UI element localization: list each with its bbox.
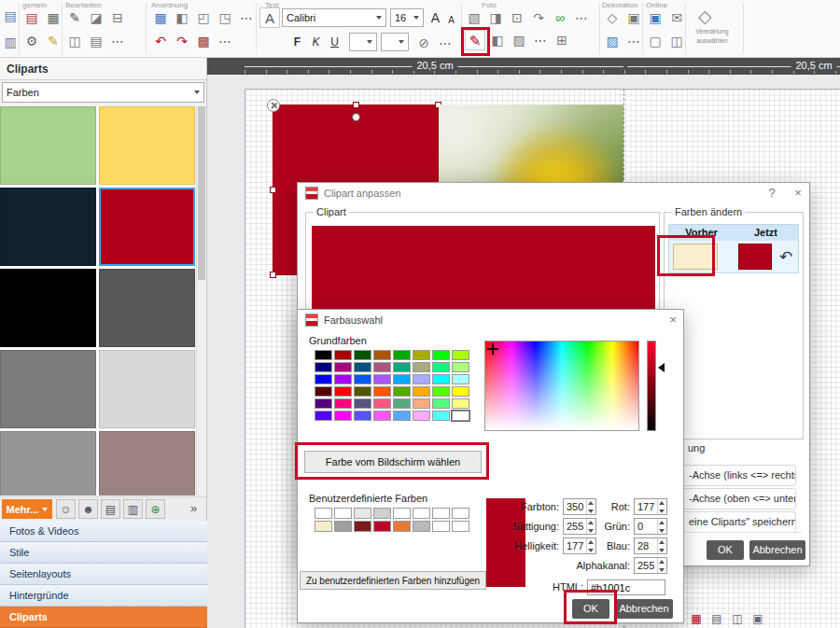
now-color-swatch[interactable]	[738, 244, 772, 270]
bring-front-icon[interactable]: ◰	[194, 7, 213, 28]
color-swatch[interactable]	[354, 386, 371, 397]
spinner-arrows[interactable]	[586, 519, 595, 534]
color-swatch[interactable]	[315, 374, 332, 384]
recolor-clipart-icon[interactable]: ✎	[465, 30, 485, 50]
color-swatch[interactable]	[354, 350, 371, 360]
blue-spinbox[interactable]: 28	[634, 537, 667, 554]
color-swatch[interactable]	[354, 398, 371, 409]
sidebar-item-cliparts[interactable]: Cliparts	[0, 607, 207, 628]
share-user-icon[interactable]: ☺	[56, 499, 76, 519]
color-swatch[interactable]	[452, 374, 469, 384]
spinner-arrows[interactable]	[657, 538, 666, 553]
font-size-select[interactable]: 16	[390, 8, 424, 27]
cancel-button[interactable]: Abbrechen	[615, 599, 673, 619]
color-swatch[interactable]	[334, 350, 352, 360]
color-swatch[interactable]	[99, 188, 195, 266]
color-swatch[interactable]	[413, 411, 430, 421]
photo-frame-icon[interactable]: ⊡	[508, 7, 526, 28]
before-color-swatch[interactable]	[673, 244, 718, 270]
page-icon[interactable]: ▤	[1, 6, 20, 26]
color-swatch[interactable]	[0, 269, 96, 347]
delete-handle[interactable]	[267, 99, 280, 112]
color-swatch[interactable]	[413, 362, 430, 372]
more-icon[interactable]: ⋯	[216, 31, 234, 51]
settings-icon[interactable]: ⚙	[22, 31, 41, 51]
ok-button[interactable]: OK	[572, 599, 609, 619]
duplicate-icon[interactable]: ◪	[87, 7, 105, 28]
spinner-arrows[interactable]	[657, 519, 666, 534]
print-icon[interactable]: ▤	[101, 499, 120, 519]
brightness-slider[interactable]	[647, 341, 656, 431]
color-swatch[interactable]	[334, 508, 352, 519]
scrollbar-thumb[interactable]	[198, 106, 205, 280]
alpha-spinbox[interactable]: 255	[634, 557, 667, 574]
color-swatch[interactable]	[373, 411, 391, 421]
close-icon[interactable]: ×	[665, 313, 680, 328]
link-icon[interactable]: ∞	[551, 7, 569, 28]
sidebar-item-seitenlayouts[interactable]: Seitenlayouts	[0, 564, 207, 585]
color-swatch[interactable]	[393, 521, 411, 532]
print-icon[interactable]: ▦	[44, 7, 63, 28]
color-swatch[interactable]	[432, 398, 450, 409]
background-icon[interactable]: ▨	[603, 31, 622, 51]
color-swatch[interactable]	[315, 398, 332, 409]
frame-icon[interactable]: ▢	[646, 31, 665, 51]
color-swatch[interactable]	[315, 362, 332, 372]
resize-handle-bottomleft[interactable]	[270, 272, 276, 278]
color-swatch[interactable]	[315, 350, 332, 360]
color-swatch[interactable]	[334, 362, 352, 372]
book-icon[interactable]: ▥	[123, 499, 143, 519]
spinner-arrows[interactable]	[586, 499, 595, 514]
color-swatch[interactable]	[413, 398, 430, 409]
color-swatch[interactable]	[315, 508, 332, 519]
color-swatch[interactable]	[334, 374, 352, 384]
align-icon[interactable]: ◧	[173, 7, 191, 28]
increase-font-button[interactable]: A	[427, 8, 443, 27]
web-icon[interactable]: ⊕	[146, 499, 165, 519]
color-crosshair[interactable]	[487, 343, 498, 355]
color-swatch[interactable]	[393, 386, 411, 397]
more-button[interactable]: Mehr...	[2, 499, 52, 519]
html-color-input[interactable]	[587, 579, 665, 595]
more-icon[interactable]: ⋯	[108, 31, 127, 51]
rotate-icon[interactable]: ↷	[529, 7, 548, 28]
color-swatch[interactable]	[373, 374, 391, 384]
color-swatch[interactable]	[413, 386, 430, 397]
decrease-font-button[interactable]: A	[443, 10, 459, 29]
color-swatch[interactable]	[452, 398, 469, 409]
cancel-button[interactable]: Abbrechen	[749, 540, 805, 560]
more-icon[interactable]: ⋯	[436, 33, 455, 53]
red-spinbox[interactable]: 177	[634, 498, 667, 515]
more-icon[interactable]: ⋯	[624, 31, 643, 51]
delete-icon[interactable]: ⊟	[108, 7, 127, 28]
spread-icon[interactable]: ▤	[709, 611, 724, 626]
dialog-titlebar[interactable]: Clipart anpassen ? ×	[298, 183, 809, 203]
color-swatch[interactable]	[0, 431, 96, 495]
embellishment-icon[interactable]: ◇	[698, 6, 712, 27]
color-swatch[interactable]	[0, 350, 96, 428]
color-swatch[interactable]	[432, 362, 450, 372]
color-swatch[interactable]	[413, 350, 430, 360]
edit-icon[interactable]: ✎	[44, 31, 63, 51]
color-swatch[interactable]	[432, 411, 450, 421]
more-icon[interactable]: ⋯	[531, 30, 550, 50]
shadow-icon[interactable]: ▨	[510, 30, 528, 50]
color-swatch[interactable]	[354, 521, 371, 532]
scrollbar[interactable]	[196, 106, 205, 495]
color-swatch[interactable]	[334, 398, 352, 409]
hue-saturation-picker[interactable]	[484, 341, 639, 431]
add-photo-icon[interactable]: ⊞	[553, 30, 571, 50]
color-swatch[interactable]	[373, 508, 391, 519]
align-select[interactable]	[349, 33, 377, 51]
close-icon[interactable]: ×	[791, 186, 805, 201]
color-swatch[interactable]	[354, 362, 371, 372]
color-swatch[interactable]	[393, 411, 411, 421]
brightness-slider-marker[interactable]	[658, 363, 665, 372]
project-icon[interactable]: ▤	[22, 7, 41, 28]
sticker-icon[interactable]: ▣	[624, 7, 643, 28]
redo-icon[interactable]: ↷	[173, 31, 191, 51]
cloud-icon[interactable]: ▣	[646, 7, 665, 28]
color-swatch[interactable]	[373, 362, 391, 372]
more-icon[interactable]: ⋯	[237, 7, 256, 28]
saturation-spinbox[interactable]: 255	[563, 518, 596, 535]
